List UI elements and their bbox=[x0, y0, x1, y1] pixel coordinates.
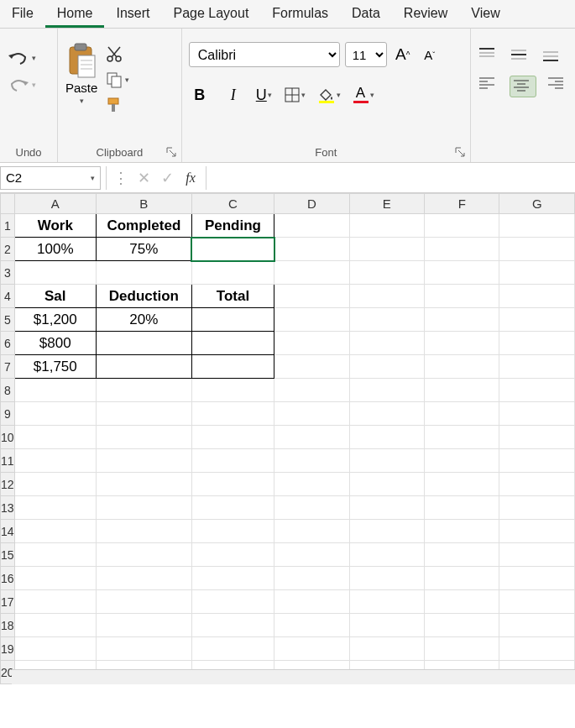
cell[interactable] bbox=[14, 473, 96, 496]
cell[interactable] bbox=[425, 543, 499, 567]
cell[interactable] bbox=[14, 449, 96, 473]
accept-formula-button[interactable]: ✓ bbox=[159, 170, 175, 186]
cell[interactable] bbox=[349, 402, 424, 426]
cell[interactable] bbox=[425, 496, 499, 520]
cell[interactable] bbox=[14, 637, 96, 661]
row-header[interactable]: 5 bbox=[1, 308, 15, 332]
decrease-font-button[interactable]: Aˇ bbox=[419, 44, 441, 65]
cell[interactable] bbox=[191, 426, 274, 449]
align-top-button[interactable] bbox=[478, 47, 499, 64]
increase-font-button[interactable]: A^ bbox=[392, 44, 414, 65]
cell[interactable] bbox=[425, 473, 499, 496]
horizontal-scrollbar[interactable] bbox=[12, 669, 575, 684]
cell[interactable] bbox=[425, 355, 499, 379]
row-header[interactable]: 8 bbox=[1, 379, 15, 402]
cell[interactable] bbox=[191, 355, 274, 379]
cell[interactable] bbox=[14, 567, 96, 590]
cell[interactable] bbox=[96, 496, 191, 520]
cell[interactable] bbox=[349, 637, 424, 661]
cell[interactable] bbox=[499, 402, 575, 426]
cell[interactable] bbox=[274, 261, 349, 285]
cell[interactable] bbox=[96, 426, 191, 449]
cell-selected[interactable] bbox=[191, 238, 274, 261]
cell[interactable] bbox=[349, 426, 424, 449]
cell[interactable] bbox=[425, 379, 499, 402]
row-header[interactable]: 1 bbox=[1, 214, 15, 238]
cell[interactable] bbox=[191, 449, 274, 473]
formula-input[interactable] bbox=[208, 166, 575, 190]
cell[interactable]: 20% bbox=[96, 308, 191, 332]
cell[interactable] bbox=[349, 332, 424, 355]
cell[interactable] bbox=[349, 238, 424, 261]
cell[interactable] bbox=[274, 590, 349, 614]
cell[interactable] bbox=[425, 590, 499, 614]
format-painter-button[interactable] bbox=[105, 96, 129, 114]
borders-button[interactable]: ▾ bbox=[284, 86, 306, 103]
menu-data[interactable]: Data bbox=[340, 0, 392, 28]
cell[interactable] bbox=[191, 567, 274, 590]
cell[interactable]: 100% bbox=[14, 238, 96, 261]
cell[interactable] bbox=[425, 567, 499, 590]
menu-page-layout[interactable]: Page Layout bbox=[161, 0, 260, 28]
row-header[interactable]: 4 bbox=[1, 285, 15, 308]
row-header[interactable]: 15 bbox=[1, 543, 15, 567]
align-center-button[interactable] bbox=[510, 76, 536, 97]
font-size-select[interactable]: 11 bbox=[345, 42, 387, 67]
underline-button[interactable]: U▾ bbox=[256, 86, 272, 104]
cell[interactable] bbox=[425, 426, 499, 449]
align-left-button[interactable] bbox=[478, 76, 499, 92]
cell[interactable] bbox=[499, 543, 575, 567]
cell[interactable] bbox=[425, 285, 499, 308]
redo-button[interactable]: ▾ bbox=[7, 76, 36, 94]
cell[interactable] bbox=[14, 590, 96, 614]
row-header[interactable]: 7 bbox=[1, 355, 15, 379]
cell[interactable]: $800 bbox=[14, 332, 96, 355]
row-header[interactable]: 16 bbox=[1, 567, 15, 590]
cell[interactable] bbox=[425, 614, 499, 637]
cell[interactable] bbox=[349, 449, 424, 473]
cell[interactable] bbox=[349, 543, 424, 567]
cell[interactable] bbox=[96, 567, 191, 590]
col-header-E[interactable]: E bbox=[349, 194, 424, 214]
cell[interactable] bbox=[274, 355, 349, 379]
cell[interactable] bbox=[499, 473, 575, 496]
cell[interactable] bbox=[425, 637, 499, 661]
cell[interactable] bbox=[14, 261, 96, 285]
cell[interactable] bbox=[96, 261, 191, 285]
col-header-F[interactable]: F bbox=[425, 194, 499, 214]
row-header[interactable]: 13 bbox=[1, 496, 15, 520]
cell[interactable] bbox=[96, 473, 191, 496]
cell[interactable] bbox=[425, 520, 499, 543]
menu-file[interactable]: File bbox=[0, 0, 45, 28]
cell[interactable] bbox=[499, 285, 575, 308]
undo-button[interactable]: ▾ bbox=[7, 49, 36, 67]
italic-button[interactable]: I bbox=[222, 84, 244, 106]
cell[interactable] bbox=[14, 402, 96, 426]
cell[interactable] bbox=[96, 402, 191, 426]
cell[interactable] bbox=[14, 379, 96, 402]
cell[interactable] bbox=[349, 214, 424, 238]
cell[interactable]: $1,200 bbox=[14, 308, 96, 332]
cell[interactable] bbox=[425, 449, 499, 473]
row-header[interactable]: 3 bbox=[1, 261, 15, 285]
cell[interactable] bbox=[274, 543, 349, 567]
row-header[interactable]: 18 bbox=[1, 614, 15, 637]
cell[interactable] bbox=[191, 261, 274, 285]
cell[interactable]: Pending bbox=[191, 214, 274, 238]
paste-button[interactable]: Paste ▾ bbox=[65, 42, 98, 105]
cell[interactable] bbox=[349, 567, 424, 590]
cell[interactable] bbox=[349, 379, 424, 402]
row-header[interactable]: 9 bbox=[1, 402, 15, 426]
cell[interactable] bbox=[499, 332, 575, 355]
cell[interactable] bbox=[191, 332, 274, 355]
cell[interactable]: 75% bbox=[96, 238, 191, 261]
cell[interactable] bbox=[499, 567, 575, 590]
cell[interactable]: Work bbox=[14, 214, 96, 238]
col-header-G[interactable]: G bbox=[499, 194, 575, 214]
insert-function-button[interactable]: fx bbox=[182, 170, 199, 186]
cell[interactable] bbox=[499, 214, 575, 238]
cell[interactable] bbox=[96, 355, 191, 379]
cell[interactable] bbox=[274, 614, 349, 637]
select-all-corner[interactable] bbox=[1, 194, 15, 214]
row-header[interactable]: 2 bbox=[1, 238, 15, 261]
